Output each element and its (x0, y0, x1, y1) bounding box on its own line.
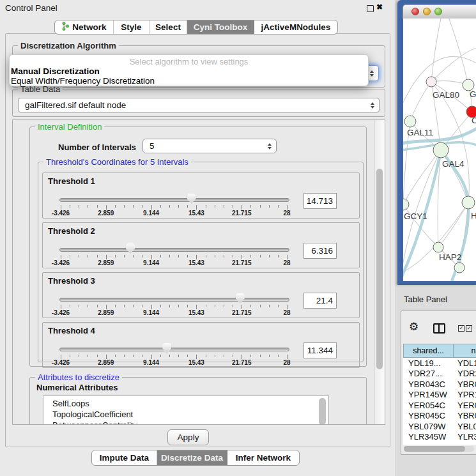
svg-text:GA: GA (470, 89, 476, 99)
node-gal80[interactable] (426, 77, 436, 87)
table-hscrollbar-thumb[interactable] (404, 446, 465, 452)
table-row[interactable]: YDR27...YDR2 (403, 369, 476, 380)
group-title: Discretization Algorithm (18, 41, 119, 50)
group-title: Attributes to discretize (35, 372, 122, 382)
minimize-traffic-light[interactable] (423, 8, 431, 15)
float-window-icon[interactable] (367, 5, 374, 12)
combo-arrows-icon (371, 102, 374, 109)
threshold-4-slider-thumb[interactable] (162, 343, 171, 353)
gear-icon[interactable]: ⚙ (409, 320, 418, 333)
bottom-tab-bar: Impute Data Discretize Data Infer Networ… (91, 450, 300, 466)
threshold-1-panel: Threshold 1 -3.4262.8599.14415.4321.7152… (42, 173, 360, 219)
combo-arrows-icon (268, 143, 272, 150)
dropdown-item-equal-width-frequency[interactable]: Equal Width/Frequency Discretization (10, 76, 368, 86)
close-traffic-light[interactable] (411, 8, 419, 15)
tab-discretize-data[interactable]: Discretize Data (157, 450, 227, 465)
svg-text:GAL4: GAL4 (442, 159, 464, 169)
apply-button[interactable]: Apply (167, 429, 209, 445)
list-item[interactable]: TopologicalCoefficient (43, 409, 328, 420)
table-row[interactable]: YBR045CYBR0 (403, 411, 476, 422)
slider-tick-labels: -3.4262.8599.14415.4321.71528 (61, 210, 287, 217)
svg-text:GCY1: GCY1 (404, 211, 427, 221)
list-item[interactable]: BetweennessCentrality (43, 420, 328, 425)
table-row[interactable]: YBR043CYBR0 (403, 379, 476, 390)
columns-icon[interactable] (433, 323, 445, 334)
svg-text:C: C (472, 116, 476, 125)
tab-cyni-toolbox[interactable]: Cyni Toolbox (187, 20, 254, 34)
list-item[interactable]: SelfLoops (43, 398, 328, 409)
settings-scrollbar-track[interactable] (374, 120, 385, 424)
threshold-3-panel: Threshold 3 -3.4262.8599.14415.4321.7152… (42, 272, 360, 318)
slider-tick-labels: -3.4262.8599.14415.4321.71528 (61, 309, 287, 316)
threshold-3-slider-thumb[interactable] (236, 293, 245, 303)
threshold-3-value-field[interactable]: 21.4 (303, 293, 337, 309)
threshold-1-slider-track[interactable] (59, 198, 289, 202)
tab-style[interactable]: Style (114, 20, 150, 34)
control-panel: Control Panel ✖ Network Style Select Cy (0, 0, 395, 476)
threshold-2-panel: Threshold 2 -3.4262.8599.14415.4321.7152… (42, 222, 360, 268)
column-header-name[interactable]: na (454, 344, 476, 358)
checkbox-icon[interactable]: ✓ (458, 325, 464, 332)
dropdown-item-manual-discretization[interactable]: Manual Discretization (10, 66, 368, 76)
top-tab-bar: Network Style Select Cyni Toolbox jActiv… (54, 20, 338, 35)
group-title: Interval Definition (35, 122, 104, 132)
table-row[interactable]: YER054CYER0 (403, 400, 476, 411)
list-scrollbar[interactable] (319, 398, 326, 425)
interval-definition-group: Interval Definition Number of Intervals … (29, 127, 367, 367)
tab-infer-network[interactable]: Infer Network (227, 450, 299, 465)
close-icon[interactable]: ✖ (376, 3, 383, 12)
node-gal11[interactable] (404, 116, 416, 127)
svg-text:GAL11: GAL11 (407, 128, 433, 137)
table-hscrollbar-track[interactable] (404, 446, 474, 452)
node-hap2[interactable] (433, 242, 443, 252)
screen: Control Panel ✖ Network Style Select Cy (0, 0, 476, 476)
node-h[interactable] (462, 196, 475, 209)
table-header-row: shared... na (403, 344, 476, 358)
tab-network[interactable]: Network (55, 20, 114, 34)
node-gal4[interactable] (433, 142, 449, 158)
threshold-2-slider-track[interactable] (59, 248, 289, 252)
svg-text:GAL80: GAL80 (433, 90, 459, 100)
table-row[interactable]: YPR145WYPR1 (403, 390, 476, 401)
cyni-toolbox-panel: Discretization Algorithm Select algorith… (5, 33, 390, 447)
table-row[interactable]: YIL052CYIL0 (403, 442, 476, 445)
thresholds-coordinates-group: Threshold's Coordinates for 5 Intervals … (38, 162, 364, 362)
control-panel-titlebar: Control Panel ✖ (0, 0, 395, 15)
tab-impute-data[interactable]: Impute Data (92, 450, 157, 465)
checkbox-icon[interactable]: ✓ (466, 325, 472, 332)
node-bottom[interactable] (454, 263, 464, 273)
svg-text:HAP2: HAP2 (439, 252, 461, 262)
table-row[interactable]: YLR345WYLR3 (403, 432, 476, 443)
table-panel-title: Table Panel (404, 295, 447, 304)
node-gcy1[interactable] (403, 199, 409, 210)
tab-select[interactable]: Select (150, 20, 187, 34)
table-row[interactable]: YBL079WYBL0 (403, 421, 476, 432)
zoom-traffic-light[interactable] (434, 8, 442, 15)
threshold-4-slider-track[interactable] (59, 348, 289, 351)
tab-jactivemnodules[interactable]: jActiveMNodules (254, 20, 337, 34)
network-window-titlebar[interactable] (403, 4, 476, 19)
svg-text:H: H (471, 211, 476, 220)
table-row[interactable]: YDL19...YDL1 (403, 358, 476, 369)
network-canvas[interactable]: GAL80 GA C GAL11 GAL4 GCY1 H HAP2 (403, 19, 476, 281)
number-of-intervals-combobox[interactable]: 5 (142, 139, 277, 153)
table-panel: ⚙ ✓ ✓ shared... na YDL19...YDL1 YDR27...… (401, 311, 476, 455)
table-data-combobox[interactable]: galFiltered.sif default node (18, 98, 380, 112)
network-view-window: GAL80 GA C GAL11 GAL4 GCY1 H HAP2 (397, 0, 476, 285)
table-body: YDL19...YDL1 YDR27...YDR2 YBR043CYBR0 YP… (403, 358, 476, 445)
threshold-1-value-field[interactable]: 14.713 (303, 193, 337, 209)
threshold-3-slider-track[interactable] (59, 298, 289, 302)
settings-scrollpane: Interval Definition Number of Intervals … (12, 119, 385, 425)
dropdown-hint: Select algorithm to view settings (10, 55, 368, 66)
threshold-2-slider-thumb[interactable] (126, 243, 135, 254)
threshold-2-value-field[interactable]: 6.316 (303, 243, 337, 259)
number-of-intervals-label: Number of Intervals (58, 142, 136, 152)
attributes-to-discretize-group: Attributes to discretize Numerical Attri… (29, 377, 367, 425)
settings-scrollbar-thumb[interactable] (376, 169, 383, 369)
numerical-attributes-label: Numerical Attributes (36, 383, 118, 392)
column-header-shared[interactable]: shared... (403, 344, 454, 358)
slider-tick-labels: -3.4262.8599.14415.4321.71528 (61, 359, 287, 366)
threshold-4-value-field[interactable]: 11.344 (303, 342, 337, 358)
threshold-1-slider-thumb[interactable] (187, 194, 196, 204)
table-data-group: Table Data galFiltered.sif default node (12, 89, 385, 117)
